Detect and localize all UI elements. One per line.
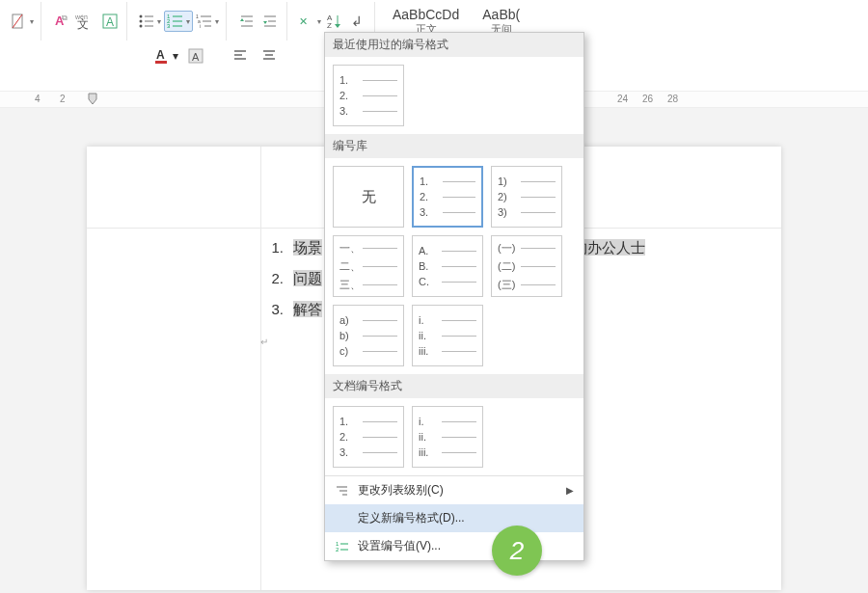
clear-formatting-button[interactable]: A⧉ [51, 11, 72, 32]
svg-text:i: i [200, 23, 201, 29]
svg-text:文: 文 [77, 17, 89, 30]
numbering-thumb[interactable]: 1.2.3. [333, 65, 404, 126]
char-shading-button[interactable]: A [183, 45, 208, 67]
svg-text:A: A [106, 15, 114, 29]
character-border-button[interactable]: A [99, 11, 121, 32]
align-left-button[interactable] [228, 45, 253, 67]
svg-marker-38 [335, 24, 340, 28]
decrease-indent-button[interactable] [236, 11, 258, 32]
svg-text:⧉: ⧉ [62, 13, 68, 22]
svg-text:✕: ✕ [299, 15, 308, 27]
show-marks-button[interactable]: ↲ [347, 11, 368, 32]
numbering-thumb[interactable]: (一)(二)(三) [491, 235, 562, 297]
numbering-thumb[interactable]: A.B.C. [412, 235, 483, 297]
menu-label: 设置编号值(V)... [358, 538, 441, 554]
ruler-number: 2 [60, 94, 66, 104]
list-number: 2. [260, 264, 284, 293]
step-badge: 2 [492, 526, 542, 576]
ruler-indent-marker[interactable] [85, 92, 102, 109]
numbering-dropdown: 最近使用过的编号格式 1.2.3. 编号库 无1.2.3.1)2)3)一、二、三… [324, 32, 584, 561]
svg-text:3: 3 [167, 23, 171, 29]
numbering-thumb[interactable]: i.ii.iii. [412, 305, 483, 366]
set-numbering-value-item[interactable]: 12 设置编号值(V)... [325, 532, 583, 560]
numbering-thumb[interactable]: 1)2)3) [491, 166, 562, 228]
ruler-number: 28 [667, 94, 678, 104]
increase-indent-button[interactable] [259, 11, 281, 32]
numbering-thumb[interactable]: 一、二、三、 [333, 235, 404, 297]
numbering-thumb[interactable]: 无 [333, 166, 404, 228]
section-doc-formats: 文档编号格式 [325, 374, 583, 398]
style-sample: AaBb( [482, 7, 520, 22]
align-center-button[interactable] [257, 45, 282, 67]
change-list-level-item[interactable]: 更改列表级别(C) ▶ [325, 476, 583, 504]
paragraph-mark: ↵ [260, 328, 268, 357]
multilevel-list-button[interactable]: 1ai▾ [195, 11, 220, 32]
numbering-thumb[interactable]: 1.2.3. [333, 406, 404, 468]
phonetic-guide-button[interactable]: wén文 [74, 11, 97, 32]
svg-line-1 [13, 14, 22, 28]
blank-icon [335, 511, 350, 526]
submenu-arrow-icon: ▶ [566, 485, 574, 496]
menu-label: 更改列表级别(C) [358, 482, 444, 499]
define-new-number-format-item[interactable]: 定义新编号格式(D)... [325, 504, 583, 532]
font-color-clear-button[interactable]: ▾ [10, 11, 35, 32]
svg-point-10 [140, 20, 143, 23]
svg-text:A: A [156, 48, 165, 62]
ruler-number: 24 [617, 94, 628, 104]
indent-icon [335, 483, 350, 499]
svg-text:↲: ↲ [351, 13, 363, 29]
numbering-thumb[interactable]: 1.2.3. [412, 166, 483, 228]
svg-marker-27 [240, 18, 244, 21]
sort-button[interactable]: AZ [324, 11, 345, 32]
ruler-number: 4 [35, 94, 41, 104]
svg-text:A: A [192, 51, 200, 63]
list-number: 1. [260, 233, 284, 262]
asian-layout-button[interactable]: ✕▾ [297, 11, 322, 32]
ruler-number: 26 [642, 94, 653, 104]
number-value-icon: 12 [335, 539, 350, 554]
section-recent: 最近使用过的编号格式 [325, 33, 583, 57]
bullets-button[interactable]: ▾ [137, 11, 162, 32]
list-number: 3. [260, 295, 284, 324]
numbering-thumb[interactable]: a)b)c) [333, 305, 404, 366]
font-color-button[interactable]: A▾ [152, 45, 179, 67]
numbering-button[interactable]: 123▾ [164, 11, 193, 32]
menu-label: 定义新编号格式(D)... [358, 510, 465, 526]
svg-marker-50 [89, 94, 96, 104]
svg-rect-41 [155, 61, 167, 64]
numbering-thumb[interactable]: i.ii.iii. [412, 406, 483, 468]
svg-text:Z: Z [327, 21, 332, 30]
style-sample: AaBbCcDd [393, 7, 459, 22]
svg-text:2: 2 [336, 547, 339, 553]
svg-point-8 [140, 15, 143, 18]
section-library: 编号库 [325, 134, 583, 158]
svg-marker-31 [263, 21, 267, 24]
svg-point-12 [140, 25, 143, 28]
